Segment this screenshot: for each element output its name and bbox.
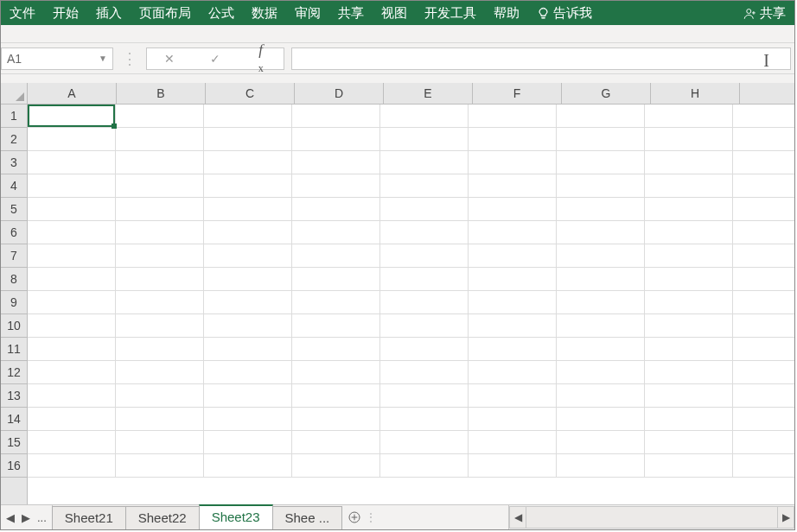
cell[interactable] (116, 338, 204, 360)
cell[interactable] (380, 384, 469, 407)
cell[interactable] (116, 174, 204, 197)
col-head-D[interactable]: D (295, 83, 384, 104)
cell[interactable] (204, 431, 292, 453)
row-head-14[interactable]: 14 (1, 408, 27, 431)
cell[interactable] (116, 454, 204, 477)
row-head-15[interactable]: 15 (1, 431, 27, 454)
cell[interactable] (292, 408, 380, 430)
ribbon-tab-data[interactable]: 数据 (243, 1, 286, 25)
cell[interactable] (733, 151, 794, 174)
cell[interactable] (116, 291, 204, 314)
cell[interactable] (116, 268, 204, 290)
cell[interactable] (645, 338, 733, 360)
cell[interactable] (733, 128, 794, 150)
cell[interactable] (380, 408, 469, 430)
cell[interactable] (116, 104, 204, 127)
cell[interactable] (28, 338, 116, 360)
row-head-5[interactable]: 5 (1, 198, 27, 221)
cell[interactable] (557, 454, 645, 477)
cell[interactable] (292, 244, 380, 267)
cell[interactable] (733, 314, 794, 337)
scroll-track[interactable] (526, 506, 777, 529)
cell[interactable] (380, 104, 469, 127)
cell[interactable] (292, 384, 380, 407)
col-head-G[interactable]: G (562, 83, 651, 104)
cell[interactable] (116, 361, 204, 383)
col-head-C[interactable]: C (206, 83, 295, 104)
cell[interactable] (292, 338, 380, 360)
cell[interactable] (204, 291, 292, 314)
cell[interactable] (557, 198, 645, 220)
formula-input[interactable]: I (291, 48, 791, 70)
ribbon-tab-file[interactable]: 文件 (1, 1, 44, 25)
cell[interactable] (557, 221, 645, 244)
cell[interactable] (469, 314, 557, 337)
col-head-extra[interactable] (740, 83, 794, 104)
cell[interactable] (116, 384, 204, 407)
cancel-icon[interactable]: ✕ (159, 52, 180, 66)
row-head-1[interactable]: 1 (1, 104, 27, 128)
ribbon-tab-help[interactable]: 帮助 (485, 1, 528, 25)
cell[interactable] (292, 314, 380, 337)
ribbon-tab-share[interactable]: 共享 (329, 1, 373, 25)
tell-me-button[interactable]: 告诉我 (528, 1, 601, 25)
cell[interactable] (733, 454, 794, 477)
cell[interactable] (116, 198, 204, 220)
sheet-tab[interactable]: Sheet21 (52, 506, 126, 529)
cell[interactable] (204, 408, 292, 430)
cell[interactable] (557, 104, 645, 127)
cell[interactable] (733, 104, 794, 127)
cell[interactable] (292, 291, 380, 314)
cell[interactable] (557, 338, 645, 360)
cell[interactable] (469, 408, 557, 430)
cells[interactable] (28, 104, 794, 504)
cell[interactable] (28, 291, 116, 314)
cell[interactable] (116, 151, 204, 174)
cell[interactable] (28, 104, 116, 127)
cell[interactable] (645, 128, 733, 150)
cell[interactable] (469, 431, 557, 453)
cell[interactable] (557, 128, 645, 150)
cell[interactable] (204, 338, 292, 360)
cell[interactable] (557, 431, 645, 453)
cell[interactable] (380, 361, 469, 383)
cell[interactable] (204, 174, 292, 197)
cell[interactable] (733, 174, 794, 197)
sheet-tab[interactable]: Sheet23 (199, 504, 273, 529)
ribbon-tab-dev[interactable]: 开发工具 (416, 1, 485, 25)
tab-next-icon[interactable]: ▶ (22, 511, 30, 524)
ribbon-tab-formula[interactable]: 公式 (200, 1, 243, 25)
scroll-right-icon[interactable]: ▶ (777, 506, 794, 529)
cell[interactable] (733, 408, 794, 430)
tab-prev-icon[interactable]: ◀ (6, 511, 15, 524)
row-head-11[interactable]: 11 (1, 338, 27, 361)
cell[interactable] (469, 128, 557, 150)
cell[interactable] (380, 268, 469, 290)
cell[interactable] (733, 198, 794, 220)
cell[interactable] (204, 221, 292, 244)
cell[interactable] (28, 431, 116, 453)
cell[interactable] (733, 291, 794, 314)
row-head-10[interactable]: 10 (1, 314, 27, 338)
cell[interactable] (733, 221, 794, 244)
ribbon-tab-review[interactable]: 审阅 (286, 1, 329, 25)
cell[interactable] (645, 384, 733, 407)
cell[interactable] (380, 174, 469, 197)
tab-overflow[interactable]: ... (37, 511, 47, 524)
cell[interactable] (292, 431, 380, 453)
ribbon-tab-view[interactable]: 视图 (373, 1, 416, 25)
cell[interactable] (469, 291, 557, 314)
cell[interactable] (204, 244, 292, 267)
cell[interactable] (116, 221, 204, 244)
row-head-12[interactable]: 12 (1, 361, 27, 384)
cell[interactable] (645, 431, 733, 453)
col-head-A[interactable]: A (28, 83, 117, 104)
select-all-corner[interactable] (1, 83, 28, 104)
cell[interactable] (645, 198, 733, 220)
cell[interactable] (733, 431, 794, 453)
cell[interactable] (557, 151, 645, 174)
col-head-H[interactable]: H (651, 83, 740, 104)
cell[interactable] (380, 338, 469, 360)
cell[interactable] (557, 408, 645, 430)
cell[interactable] (28, 408, 116, 430)
